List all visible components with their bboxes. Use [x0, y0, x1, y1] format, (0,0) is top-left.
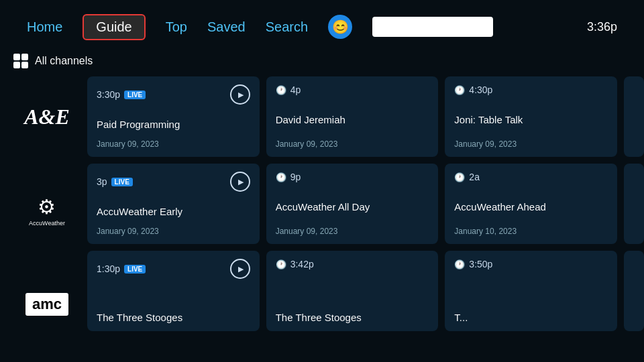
channel-logos-column: A&E ⚙ AccuWeather amc: [0, 76, 87, 345]
program-time: 🕐 2a: [454, 172, 480, 182]
program-time: 3:30p LIVE: [97, 89, 146, 100]
clock-icon: 🕐: [276, 85, 286, 95]
accuweather-logo: ⚙ AccuWeather: [29, 195, 65, 227]
program-time: 🕐 4p: [276, 84, 301, 95]
amc-logo: amc: [25, 293, 68, 316]
search-bar[interactable]: [372, 17, 493, 37]
programs-area: 3:30p LIVEPaid ProgrammingJanuary 09, 20…: [87, 76, 644, 345]
program-time: 🕐 9p: [276, 172, 301, 182]
program-card-top: 3p LIVE: [97, 172, 250, 192]
programs-row-accuweather: 3p LIVEAccuWeather EarlyJanuary 09, 2023…: [87, 164, 644, 244]
program-date: January 09, 2023: [276, 227, 429, 236]
play-button[interactable]: [230, 259, 250, 279]
program-card[interactable]: 🕐 4:30pJoni: Table TalkJanuary 09, 2023: [445, 76, 617, 157]
program-card-top: 🕐 3:42p: [276, 259, 429, 269]
nav-guide[interactable]: Guide: [83, 14, 145, 40]
program-card[interactable]: 🕐 9pAccuWeather All DayJanuary 09, 2023: [266, 164, 439, 244]
grid-icon: [13, 54, 28, 68]
program-date: January 09, 2023: [276, 139, 429, 149]
program-card-top: 3:30p LIVE: [97, 84, 250, 105]
play-button[interactable]: [230, 84, 250, 105]
program-card[interactable]: 🕐 4pDavid JeremiahJanuary 09, 2023: [266, 76, 439, 157]
program-card-top: 🕐 2a: [454, 172, 608, 182]
program-date: January 09, 2023: [97, 139, 250, 149]
program-date: January 09, 2023: [454, 139, 608, 149]
play-button[interactable]: [230, 172, 250, 192]
program-date: January 10, 2023: [454, 227, 608, 236]
program-title: AccuWeather All Day: [276, 201, 429, 213]
navigation: Home Guide Top Saved Search 😊 3:36p: [0, 0, 644, 54]
all-channels-filter[interactable]: All channels: [0, 54, 644, 76]
nav-home[interactable]: Home: [27, 19, 62, 35]
channel-logo-accuweather: ⚙ AccuWeather: [7, 170, 87, 251]
nav-search[interactable]: Search: [266, 19, 308, 35]
program-card-top: 🕐 9p: [276, 172, 429, 182]
channel-logo-amc: amc: [7, 264, 87, 345]
all-channels-label: All channels: [35, 55, 93, 67]
program-title: AccuWeather Ahead: [454, 201, 608, 213]
program-card[interactable]: 🕐 3:50pT...: [445, 251, 617, 331]
program-title: David Jeremiah: [276, 114, 429, 125]
avatar[interactable]: 😊: [328, 15, 352, 39]
clock-icon: 🕐: [454, 85, 465, 95]
program-card[interactable]: 3p LIVEAccuWeather EarlyJanuary 09, 2023: [87, 164, 260, 244]
program-title: The Three Stooges: [97, 312, 250, 323]
programs-row-ae: 3:30p LIVEPaid ProgrammingJanuary 09, 20…: [87, 76, 644, 157]
program-card[interactable]: 🕐 3:42pThe Three Stooges: [266, 251, 439, 331]
nav-saved[interactable]: Saved: [207, 19, 246, 35]
live-badge: LIVE: [124, 90, 146, 99]
live-badge: LIVE: [124, 265, 146, 274]
programs-row-amc: 1:30p LIVEThe Three Stooges🕐 3:42pThe Th…: [87, 251, 644, 331]
nav-top[interactable]: Top: [166, 19, 187, 35]
program-time: 3p LIVE: [97, 176, 133, 187]
program-time: 1:30p LIVE: [97, 263, 146, 274]
clock-icon: 🕐: [276, 259, 286, 269]
program-card[interactable]: 🕐 2aAccuWeather AheadJanuary 10, 2023: [445, 164, 617, 244]
partial-program-card: [624, 251, 644, 331]
program-card[interactable]: 3:30p LIVEPaid ProgrammingJanuary 09, 20…: [87, 76, 260, 157]
program-title: Joni: Table Talk: [454, 114, 608, 125]
program-time: 🕐 4:30p: [454, 84, 492, 95]
program-title: AccuWeather Early: [97, 206, 250, 217]
program-title: Paid Programming: [97, 119, 250, 130]
program-card-top: 🕐 4p: [276, 84, 429, 95]
program-card[interactable]: 1:30p LIVEThe Three Stooges: [87, 251, 260, 331]
clock-display: 3:36p: [587, 20, 617, 34]
sun-icon: ⚙: [38, 195, 56, 219]
accuweather-text: AccuWeather: [29, 220, 65, 227]
program-date: January 09, 2023: [97, 227, 250, 236]
program-card-top: 1:30p LIVE: [97, 259, 250, 279]
program-time: 🕐 3:50p: [454, 259, 492, 269]
ae-logo: A&E: [24, 105, 70, 129]
clock-icon: 🕐: [454, 172, 465, 182]
program-card-top: 🕐 4:30p: [454, 84, 608, 95]
partial-program-card: [624, 76, 644, 157]
guide-grid: A&E ⚙ AccuWeather amc3:30p LIVEPaid Prog…: [0, 76, 644, 345]
partial-program-card: [624, 164, 644, 244]
program-card-top: 🕐 3:50p: [454, 259, 608, 269]
clock-icon: 🕐: [454, 259, 465, 269]
program-title: T...: [454, 312, 608, 323]
live-badge: LIVE: [111, 178, 133, 186]
clock-icon: 🕐: [276, 172, 286, 182]
channel-logo-ae: A&E: [7, 76, 87, 157]
program-title: The Three Stooges: [276, 312, 429, 323]
program-time: 🕐 3:42p: [276, 259, 314, 269]
